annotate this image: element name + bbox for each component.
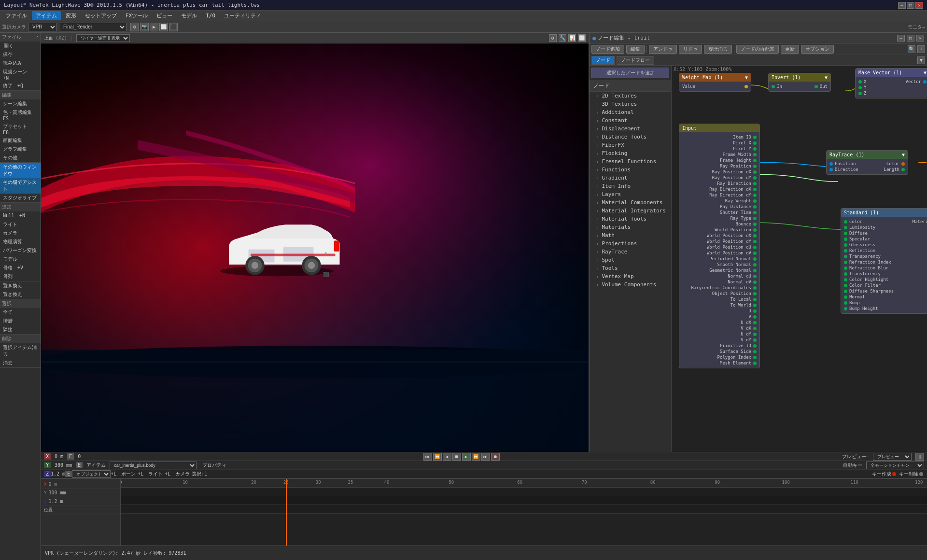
sidebar-item-replace2[interactable]: 置き換え (0, 290, 41, 299)
node-list-item-iteminfo[interactable]: ›Item Info (590, 182, 671, 190)
sidebar-item-physics[interactable]: 物理演算 (0, 238, 41, 246)
makevector-node[interactable]: Make Vector (1) ▼ X Vector (855, 68, 927, 98)
minimize-button[interactable]: — (898, 2, 906, 9)
makevector-node-header[interactable]: Make Vector (1) ▼ (856, 69, 927, 77)
sidebar-item-graph-edit[interactable]: グラフ編集 (0, 145, 41, 154)
menu-utility[interactable]: ユーティリティ (220, 11, 265, 20)
timeline-right[interactable]: 0 10 20 25 30 35 40 50 60 70 80 90 100 1… (121, 479, 927, 546)
sidebar-item-save[interactable]: 保存 (0, 50, 41, 59)
rearrange-button[interactable]: ノードの再配置 (736, 45, 779, 54)
render-icon[interactable]: ▶ (150, 23, 158, 31)
menu-view[interactable]: ビュー (153, 11, 176, 20)
timeline-playhead[interactable] (286, 479, 287, 546)
sidebar-item-scene[interactable]: 現規シーン +N (0, 68, 41, 82)
ne-minimize-btn[interactable]: — (897, 35, 905, 42)
menu-model[interactable]: モデル (177, 11, 201, 20)
update-button[interactable]: 更新 (781, 45, 799, 54)
sidebar-item-null[interactable]: Null +N (0, 211, 41, 220)
sidebar-item-all[interactable]: 全て (0, 308, 41, 317)
object-select[interactable]: オブジェクト (72, 470, 111, 478)
node-list-item-flocking[interactable]: ›Flocking (590, 149, 671, 157)
render-icon3[interactable]: ⬛ (169, 23, 178, 31)
menu-fx[interactable]: FXツール (122, 11, 152, 20)
clear-history-button[interactable]: 履歴消去 (704, 45, 732, 54)
sidebar-item-replace1[interactable]: 置き換え (0, 281, 41, 290)
menu-item[interactable]: アイテム (32, 11, 61, 20)
node-add-button[interactable]: ノード追加 (591, 45, 624, 54)
ne-icon2[interactable]: + (917, 45, 925, 53)
makevector-dropdown[interactable]: ▼ (924, 70, 927, 75)
input-node[interactable]: Input Item ID Pixel X Pixel Y Frame Widt… (679, 124, 760, 368)
sidebar-item-preset[interactable]: プリセット F8 (0, 122, 41, 136)
sidebar-item-camera[interactable]: カメラ (0, 229, 41, 238)
standard-node-header[interactable]: Standard (1) ▼ (841, 209, 927, 217)
raytrace-node-header[interactable]: RayTrace (1) ▼ (827, 151, 908, 159)
weightmap-node[interactable]: Weight Map (1) ▼ Value (679, 73, 751, 92)
vp-icon2[interactable]: 🔧 (559, 34, 566, 42)
record-btn[interactable]: ⏺ (491, 453, 500, 461)
render-select[interactable]: Final_Render (59, 23, 126, 31)
standard-node[interactable]: Standard (1) ▼ Color Material (841, 208, 927, 314)
node-list-item-materials[interactable]: ›Materials (590, 223, 671, 231)
node-list-item-matcomp[interactable]: ›Material Components (590, 198, 671, 207)
sidebar-item-delete-selected[interactable]: 選択アイテム消去 (0, 343, 41, 359)
motion-select[interactable]: 全モーションチャン (866, 462, 924, 469)
pause-btn[interactable]: ‖ (915, 453, 924, 461)
menu-setup[interactable]: セットアップ (81, 11, 121, 20)
go-end-btn[interactable]: ⏭ (481, 453, 490, 461)
weightmap-node-header[interactable]: Weight Map (1) ▼ (679, 73, 751, 82)
node-list-item-constant[interactable]: ›Constant (590, 116, 671, 125)
vp-icon3[interactable]: 📊 (568, 34, 576, 42)
node-list-item-vertexmap[interactable]: ›Vertex Map (590, 272, 671, 280)
add-selected-node-button[interactable]: 選択したノードを追加 (591, 68, 669, 78)
invert-dropdown[interactable]: ▼ (825, 75, 828, 80)
node-list-item-fiberfx[interactable]: ›FiberFX (590, 141, 671, 149)
stop-btn[interactable]: ⏹ (452, 453, 461, 461)
input-node-header[interactable]: Input (679, 124, 759, 132)
weightmap-dropdown[interactable]: ▼ (745, 75, 748, 80)
node-list-item-gradient[interactable]: ›Gradient (590, 174, 671, 182)
vp-icon4[interactable]: ⬜ (578, 34, 586, 42)
redo-button[interactable]: リドゥ (679, 45, 702, 54)
timeline-track-2[interactable] (121, 496, 927, 505)
node-list-item-projections[interactable]: ›Projections (590, 239, 671, 248)
next-frame-btn[interactable]: ⏩ (472, 453, 480, 461)
node-list-item-tools[interactable]: ›Tools (590, 264, 671, 272)
node-list-item-layers[interactable]: ›Layers (590, 190, 671, 198)
sidebar-item-hierarchy[interactable]: 階層 (0, 317, 41, 325)
node-list-item-volcomp[interactable]: ›Volume Components (590, 280, 671, 289)
sidebar-item-import[interactable]: 読み込み (0, 59, 41, 68)
timeline-track-3[interactable] (121, 505, 927, 514)
node-list-item-displacement[interactable]: ›Displacement (590, 125, 671, 133)
node-list-item-raytrace[interactable]: ›RayTrace (590, 248, 671, 256)
viewport-canvas[interactable]: ↑ ⬛ (41, 43, 589, 452)
node-edit-button[interactable]: 編集 (626, 45, 645, 54)
node-list-item-2dtex[interactable]: ›2D Textures (590, 92, 671, 100)
menu-transform[interactable]: 変形 (62, 11, 80, 20)
sidebar-item-quit[interactable]: 終了 +Q (0, 82, 41, 90)
sidebar-item-open[interactable]: 開く (0, 42, 41, 50)
sidebar-item-studio[interactable]: スタジオライブ (0, 194, 41, 202)
node-list-item-fresnelfunc[interactable]: ›Fresnel Functions (590, 157, 671, 166)
close-button[interactable]: ✕ (915, 2, 923, 9)
invert-node[interactable]: Invert (1) ▼ In Out (768, 73, 831, 92)
settings-icon[interactable]: ⚙ (130, 23, 139, 31)
raytrace-node[interactable]: RayTrace (1) ▼ Position Color (826, 150, 908, 175)
node-list-item-mattools[interactable]: ›Material Tools (590, 215, 671, 223)
sidebar-item-other[interactable]: その他 (0, 154, 41, 162)
sidebar-item-model[interactable]: モデル (0, 255, 41, 264)
camera-select[interactable]: VPR カメラ (28, 23, 57, 31)
ne-maximize-btn[interactable]: □ (907, 35, 914, 42)
node-canvas[interactable]: X:52 Y:103 Zoom:100% (672, 66, 927, 452)
menu-file[interactable]: ファイル (2, 11, 31, 20)
node-list-item-math[interactable]: ›Math (590, 231, 671, 239)
node-list-item-functions[interactable]: ›Functions (590, 166, 671, 174)
node-list-item-3dtex[interactable]: ›3D Textures (590, 100, 671, 108)
prev-key-btn[interactable]: ⏪ (433, 453, 442, 461)
prev-frame-btn[interactable]: ◀ (443, 453, 451, 461)
node-list-item-matint[interactable]: ›Material Integrators (590, 207, 671, 215)
invert-node-header[interactable]: Invert (1) ▼ (769, 73, 830, 82)
sidebar-item-bone[interactable]: 骨格 +V (0, 264, 41, 272)
render-icon2[interactable]: ⬜ (159, 23, 168, 31)
sidebar-item-delete[interactable]: 消去 (0, 359, 41, 367)
